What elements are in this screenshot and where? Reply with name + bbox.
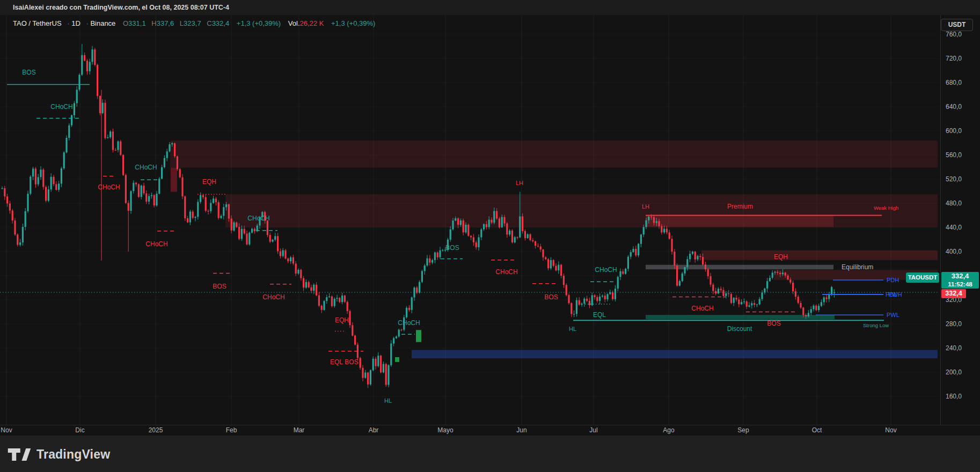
annotation-label-eqh[interactable]: EQH [774, 253, 788, 261]
price-tick-label: 200,0 [946, 368, 962, 376]
annotation-label-bos[interactable]: BOS [213, 283, 226, 290]
annotation-label-bos[interactable]: BOS [767, 320, 780, 327]
candle [213, 198, 214, 203]
price-tick-label: 480,0 [946, 200, 962, 207]
candle [280, 252, 281, 256]
annotation-label-hl[interactable]: HL [384, 397, 392, 404]
annotation-label-equilibrium[interactable]: Equilibrium [842, 263, 873, 271]
annotation-label-pwl[interactable]: PWL [887, 312, 899, 318]
annotation-label-weak-high[interactable]: Weak High [874, 205, 898, 211]
candle [635, 249, 637, 255]
annotation-label-choch[interactable]: CHoCH [691, 305, 713, 312]
candle [295, 263, 297, 274]
annotation-label-bos[interactable]: BOS [22, 69, 35, 76]
candle [627, 257, 629, 269]
annotation-label-eql[interactable]: EQL [593, 311, 606, 319]
candle [210, 203, 211, 211]
demand-zone-blue[interactable] [412, 350, 938, 358]
bearish-order-block[interactable] [171, 168, 177, 192]
candle [437, 253, 438, 257]
timeframe[interactable]: 1D [71, 19, 81, 27]
last-price-badge: 332,4 [941, 289, 966, 298]
annotation-label-premium[interactable]: Premium [727, 203, 753, 210]
candle [323, 301, 325, 310]
eqh-zone[interactable] [701, 250, 938, 260]
annotation-label-pwh[interactable]: PWH [888, 291, 902, 298]
annotation-label-eqh[interactable]: EQH [202, 178, 216, 186]
candle [305, 282, 307, 287]
candle [419, 282, 420, 293]
annotation-label-hl[interactable]: HL [569, 326, 576, 332]
candle [6, 196, 8, 203]
candle [248, 233, 250, 245]
volume-value: 26,22 K [300, 19, 324, 27]
candle [496, 211, 498, 218]
candle [292, 257, 294, 264]
premium-zone[interactable] [646, 216, 833, 227]
annotation-label-strong-low[interactable]: Strong Low [863, 322, 889, 328]
candle [364, 373, 366, 378]
candle [617, 277, 619, 289]
annotation-label-choch[interactable]: CHoCH [247, 215, 269, 222]
candle [686, 259, 688, 267]
annotation-label-pdh[interactable]: PDH [887, 277, 899, 283]
candle [354, 336, 356, 345]
annotation-label-eqh[interactable]: EQH [335, 316, 349, 324]
annotation-label-choch[interactable]: CHoCH [262, 293, 284, 301]
annotation-label-choch[interactable]: CHoCH [145, 240, 167, 248]
annotation-label-bos[interactable]: BOS [544, 293, 558, 301]
candle [596, 297, 598, 301]
bullish-order-block-small[interactable] [395, 357, 399, 362]
candle [241, 229, 243, 239]
price-axis[interactable] [940, 15, 980, 425]
candle [710, 276, 711, 285]
annotation-label-eql[interactable]: EQL [330, 358, 343, 366]
candle [661, 226, 662, 233]
candle [153, 195, 155, 205]
annotation-label-lh[interactable]: LH [516, 180, 523, 186]
candle [177, 156, 178, 169]
annotation-label-choch[interactable]: CHoCH [595, 266, 617, 274]
symbol-name[interactable]: TAO / TetherUS [13, 19, 62, 27]
candle [674, 252, 675, 266]
annotation-label-lh[interactable]: LH [642, 203, 649, 210]
tradingview-logo[interactable]: TradingView [7, 447, 110, 462]
candle [287, 259, 289, 261]
candle [313, 285, 315, 291]
supply-zone-1[interactable] [170, 141, 938, 168]
candle [434, 253, 436, 260]
candle [161, 167, 163, 179]
annotation-label-bos[interactable]: BOS [345, 358, 358, 366]
candle [145, 194, 147, 202]
candle [138, 185, 140, 197]
annotation-label-bos[interactable]: BOS [445, 244, 459, 252]
candle [553, 260, 554, 266]
candle [215, 198, 217, 202]
candle [751, 303, 752, 305]
candle [225, 204, 227, 207]
annotation-label-discount[interactable]: Discount [727, 325, 752, 333]
annotation-label-choch[interactable]: CHoCH [135, 164, 157, 171]
time-tick-label: Mayo [437, 426, 453, 434]
candle [341, 296, 343, 302]
annotation-label-choch[interactable]: CHoCH [398, 319, 420, 327]
annotation-label-choch[interactable]: CHoCH [98, 183, 120, 191]
annotation-label-choch[interactable]: CHoCH [50, 103, 72, 110]
candle [375, 359, 376, 366]
candle [622, 271, 624, 274]
candle [390, 344, 392, 365]
bullish-order-block[interactable] [416, 330, 421, 342]
candle [1, 188, 3, 189]
candle [383, 364, 384, 373]
candle [604, 296, 606, 299]
candle [540, 246, 542, 249]
candle [156, 194, 157, 205]
currency-toggle-button[interactable]: USDT [941, 19, 973, 31]
exchange[interactable]: Binance [90, 19, 115, 27]
candle [349, 311, 350, 325]
time-axis[interactable] [0, 425, 980, 436]
chart-canvas[interactable]: BOSCHoCHCHoCHCHoCHEQHCHoCHCHoCHBOSCHoCHE… [0, 0, 980, 472]
annotation-label-choch[interactable]: CHoCH [495, 268, 517, 276]
candle [192, 211, 194, 218]
candle [360, 358, 361, 367]
